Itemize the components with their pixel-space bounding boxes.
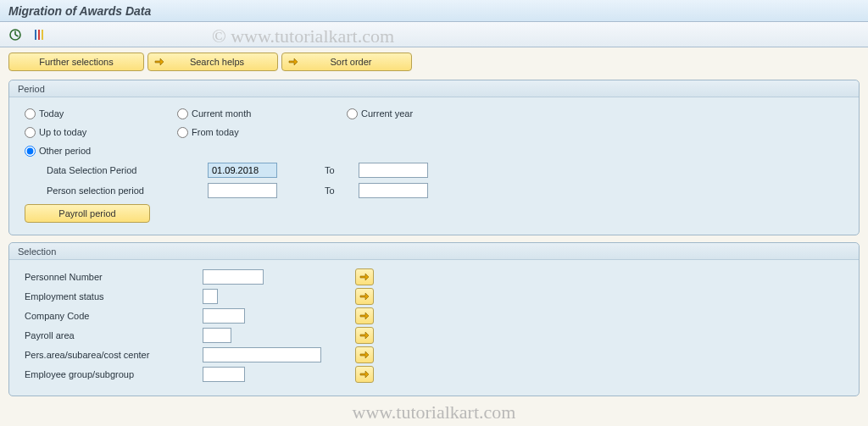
selection-toolbar: Further selections Search helps Sort ord… [0, 47, 868, 76]
svg-line-2 [15, 35, 19, 36]
radio-current-year[interactable] [347, 108, 358, 119]
arrow-right-icon [287, 56, 299, 68]
multiple-selection-company-code[interactable] [355, 307, 374, 324]
label-from-today: From today [192, 127, 239, 137]
radio-other-period[interactable] [25, 146, 36, 157]
data-selection-to-input[interactable] [359, 163, 428, 178]
label-company-code: Company Code [25, 311, 203, 321]
multiple-selection-employee-group[interactable] [355, 366, 374, 383]
page-title: Migration of Awards Data [8, 4, 151, 18]
employee-group-input[interactable] [203, 367, 245, 382]
selection-group: Selection Personnel Number Employment st… [8, 242, 860, 396]
multiple-selection-employment-status[interactable] [355, 288, 374, 305]
sort-order-button[interactable]: Sort order [281, 53, 412, 71]
radio-current-month[interactable] [177, 108, 188, 119]
label-pers-area: Pers.area/subarea/cost center [25, 350, 203, 360]
label-current-year: Current year [361, 108, 413, 119]
execute-icon[interactable] [5, 25, 25, 44]
svg-rect-4 [38, 30, 40, 40]
label-data-selection-period: Data Selection Period [47, 165, 208, 175]
radio-up-to-today[interactable] [25, 127, 36, 138]
title-bar: Migration of Awards Data [0, 0, 868, 22]
data-selection-from-input[interactable] [208, 163, 277, 178]
pers-area-input[interactable] [203, 347, 321, 362]
watermark-bottom: www.tutorialkart.com [0, 401, 868, 423]
radio-from-today[interactable] [177, 127, 188, 138]
label-to-2: To [325, 185, 359, 196]
multiple-selection-payroll-area[interactable] [355, 327, 374, 344]
further-selections-button[interactable]: Further selections [8, 53, 144, 71]
payroll-period-button[interactable]: Payroll period [25, 204, 150, 223]
variant-icon[interactable] [29, 25, 49, 44]
svg-rect-3 [35, 30, 36, 40]
label-payroll-area: Payroll area [25, 330, 203, 340]
label-employment-status: Employment status [25, 291, 203, 302]
person-selection-to-input[interactable] [359, 183, 428, 198]
label-to-1: To [325, 165, 359, 175]
label-current-month: Current month [192, 108, 251, 119]
label-today: Today [39, 108, 64, 119]
label-up-to-today: Up to today [39, 127, 86, 137]
sort-order-label: Sort order [331, 57, 372, 67]
person-selection-from-input[interactable] [208, 183, 277, 198]
company-code-input[interactable] [203, 308, 245, 324]
selection-legend: Selection [9, 243, 859, 260]
personnel-number-input[interactable] [203, 269, 264, 285]
icon-toolbar [0, 22, 868, 47]
period-group: Period Today Current month Current year [8, 80, 860, 235]
search-helps-label: Search helps [190, 57, 244, 67]
employment-status-input[interactable] [203, 289, 218, 304]
payroll-area-input[interactable] [203, 328, 231, 343]
search-helps-button[interactable]: Search helps [147, 53, 278, 71]
period-legend: Period [9, 80, 859, 97]
multiple-selection-pers-area[interactable] [355, 346, 374, 363]
label-employee-group: Employee group/subgroup [25, 369, 203, 379]
radio-today[interactable] [25, 108, 36, 119]
label-other-period: Other period [39, 146, 91, 156]
svg-rect-5 [42, 30, 43, 40]
label-person-selection-period: Person selection period [47, 185, 208, 196]
label-personnel-number: Personnel Number [25, 272, 203, 282]
multiple-selection-personnel-number[interactable] [355, 268, 374, 285]
arrow-right-icon [153, 56, 165, 68]
